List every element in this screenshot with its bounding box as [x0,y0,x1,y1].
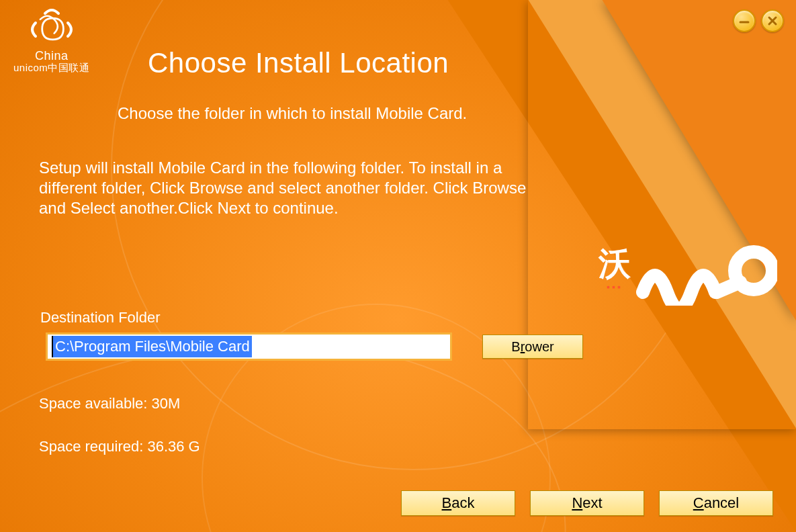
instructions-text: Setup will install Mobile Card in the fo… [39,158,549,218]
page-subtitle: Choose the folder in which to install Mo… [118,104,467,123]
back-button-label: Back [442,494,475,511]
space-available-text: Space available: 30M [39,395,180,412]
install-path-input[interactable]: C:\Program Files\Mobile Card [46,332,452,361]
close-button[interactable] [761,9,784,32]
wo-icon [636,245,777,306]
svg-line-4 [717,282,740,292]
next-button-label: Next [572,494,602,511]
browse-button-label: Brower [511,339,554,354]
wo-dots: ▪▪▪ [607,273,623,300]
cancel-button[interactable]: Cancel [659,490,773,516]
minimize-icon [738,15,750,27]
wo-cn-char: 沃 ▪▪▪ [599,251,631,300]
back-button[interactable]: Back [401,490,515,516]
cancel-button-label: Cancel [693,494,739,511]
logo-text-line2: unicom中国联通 [13,62,89,74]
destination-folder-row: C:\Program Files\Mobile Card Brower [46,332,583,361]
logo-text-line1: China [13,50,89,62]
wo-brand-logo: 沃 ▪▪▪ [599,245,777,306]
wizard-nav-buttons: Back Next Cancel [401,490,773,516]
page-title: Choose Install Location [148,47,449,79]
browse-button[interactable]: Brower [482,335,583,359]
brand-logo: China unicom中国联通 [13,8,89,74]
close-icon [766,15,779,27]
chinese-knot-icon [28,8,76,48]
window-background: China unicom中国联通 Choose Install Location… [0,0,796,532]
space-required-text: Space required: 36.36 G [39,438,200,455]
install-path-value: C:\Program Files\Mobile Card [52,336,252,357]
minimize-button[interactable] [733,9,756,32]
next-button[interactable]: Next [530,490,644,516]
destination-folder-label: Destination Folder [40,309,161,326]
window-controls [733,9,784,32]
